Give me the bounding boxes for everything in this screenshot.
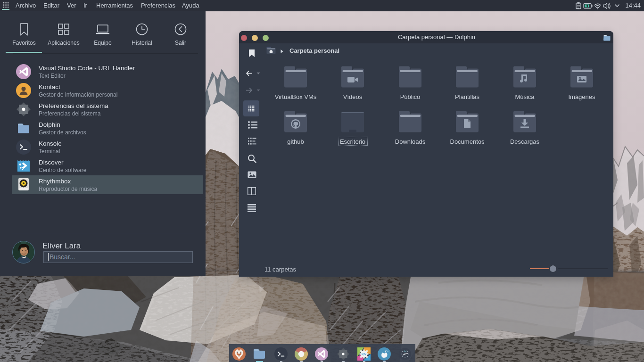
- svg-text:12: 12: [404, 349, 407, 352]
- svg-text:KV: KV: [362, 352, 366, 356]
